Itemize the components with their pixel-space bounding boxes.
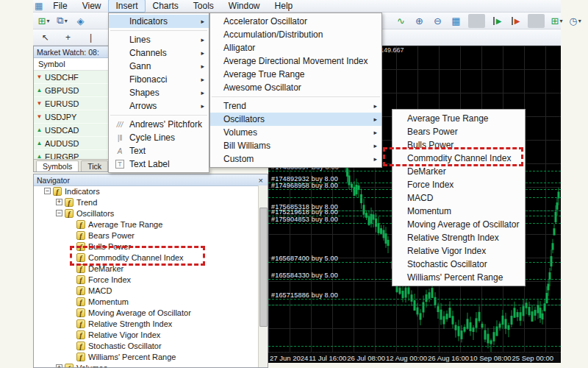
templates-icon[interactable]: ▤ ▾ [585, 13, 588, 29]
indicators-submenu-item[interactable]: Custom ▸ [210, 152, 381, 166]
menubar-item[interactable]: View [75, 0, 109, 13]
oscillators-submenu-item[interactable]: Relative Strength Index [392, 231, 525, 244]
scrollbar-thumb[interactable] [259, 208, 268, 327]
close-icon[interactable]: × [257, 176, 265, 185]
navigator-scrollbar[interactable] [258, 185, 268, 367]
navigator-tree-item[interactable]: f Williams' Percent Range [34, 351, 259, 362]
chart-autoscroll-icon[interactable]: ▶ ▾ [507, 13, 524, 29]
navigator-panel: Navigator × − f Indicators + f Trend − f… [33, 174, 268, 368]
menubar-item[interactable]: Insert [108, 0, 145, 13]
menubar-item[interactable]: File [46, 0, 74, 13]
navigator-tree-item[interactable]: + f Volumes [34, 362, 259, 367]
submenu-arrow-icon: ▸ [201, 63, 204, 70]
navigator-tree-item[interactable]: f Commodity Channel Index [34, 252, 259, 263]
app-icon: ▦ [35, 1, 43, 11]
navigator-tree-item[interactable]: f Bears Power [34, 230, 259, 241]
insert-menu-item[interactable]: /// Andrews' Pitchfork ▸ [109, 118, 209, 131]
oscillators-submenu-item[interactable]: MACD [392, 191, 525, 205]
indicators-submenu-item[interactable]: Average Directional Movement Index ▸ [210, 54, 381, 68]
indicators-submenu-item[interactable]: Bill Williams ▸ [210, 139, 381, 152]
navigator-tree-item[interactable]: f DeMarker [34, 263, 259, 274]
navigator-tree-item[interactable]: f Force Index [34, 274, 259, 285]
indicators-submenu-item[interactable]: Awesome Oscillator ▸ [210, 81, 381, 94]
indicators-submenu-item[interactable]: Accelerator Oscillator ▸ [210, 15, 381, 28]
vline-icon[interactable]: | [82, 29, 99, 45]
navigator-tree-item[interactable]: f Relative Vigor Index [34, 329, 259, 340]
menubar-item[interactable]: Charts [146, 0, 186, 13]
dropdown-caret-icon[interactable]: ▾ [65, 18, 68, 24]
indicators-submenu-item[interactable]: Oscillators ▸ [210, 113, 381, 126]
oscillators-submenu-item[interactable]: Stochastic Oscillator [392, 258, 525, 271]
oscillators-submenu-item[interactable]: Bears Power [392, 125, 525, 138]
insert-menu-item[interactable]: ▸ [110, 115, 207, 116]
oscillators-submenu-item[interactable]: Commodity Channel Index [392, 152, 525, 165]
oscillators-submenu-item[interactable]: Force Index [392, 178, 525, 191]
insert-menu-item[interactable]: Gann ▸ [109, 60, 209, 73]
oscillators-submenu-item[interactable]: Momentum [392, 205, 525, 218]
expand-toggle-icon[interactable]: + [56, 364, 62, 367]
insert-menu-item[interactable]: Fibonacci ▸ [109, 73, 209, 86]
market-watch-tab[interactable]: Symbols [36, 160, 79, 171]
insert-menu-item[interactable]: Shapes ▸ [109, 86, 209, 99]
new-chart-icon[interactable]: ⊞ ▾ [548, 13, 565, 29]
dropdown-caret-icon[interactable]: ▾ [559, 18, 562, 24]
oscillators-submenu-item[interactable]: Bulls Power [392, 138, 525, 152]
oscillators-submenu-item[interactable]: DeMarker [392, 165, 525, 178]
indicators-submenu-item[interactable]: Accumulation/Distribution ▸ [210, 28, 381, 41]
oscillators-submenu-item[interactable]: Moving Average of Oscillator [392, 218, 525, 231]
periods-icon[interactable]: ◷ ▾ [567, 13, 584, 29]
menubar-item[interactable]: Window [221, 0, 268, 13]
navigator-tree-item[interactable]: f Momentum [34, 296, 259, 307]
insert-menu-item[interactable]: Channels ▸ [109, 46, 209, 60]
market-watch-tab[interactable]: Tick [81, 160, 108, 171]
indicators-submenu-item[interactable]: ▸ [212, 96, 380, 97]
navigator-tree-item[interactable]: f Relative Strength Index [34, 318, 259, 329]
zoom-out-icon[interactable]: ⊖ ▾ [429, 13, 446, 29]
navigator-tree-item[interactable]: f Average True Range [34, 219, 259, 230]
symbol-name: GBPUSD [45, 86, 79, 95]
navigator-tree-item[interactable]: f Bulls Power [34, 241, 259, 252]
insert-menu-item[interactable]: T Text Label ▸ [109, 158, 209, 171]
navigator-tree-item[interactable]: − f Indicators [34, 185, 259, 197]
insert-menu-item[interactable]: Arrows ▸ [109, 99, 209, 113]
insert-menu-item[interactable]: ▸ [110, 30, 207, 31]
navigator-tree-item[interactable]: f MACD [34, 285, 259, 296]
submenu-arrow-icon: ▸ [373, 129, 377, 136]
insert-menu-item[interactable]: |‖ Cycle Lines ▸ [109, 131, 209, 144]
insert-menu-item[interactable]: Indicators ▸ [109, 15, 209, 28]
tile-windows-icon[interactable]: ▦ ▾ [448, 13, 465, 29]
submenu-arrow-icon: ▸ [373, 116, 377, 123]
crosshair-icon[interactable]: + [60, 29, 76, 45]
menubar-item[interactable]: Help [268, 0, 301, 13]
symbols-window-icon[interactable]: ◈ ▾ [72, 13, 89, 29]
zoom-in-icon[interactable]: ⊕ ▾ [411, 13, 428, 29]
dropdown-caret-icon[interactable]: ▾ [46, 18, 49, 24]
navigator-tree-item[interactable]: − f Oscillators [34, 208, 259, 219]
insert-menu-item[interactable]: A Text ▸ [109, 144, 209, 158]
indicators-submenu-item[interactable]: Alligator ▸ [210, 41, 381, 54]
chart-shift-icon[interactable]: ▶ ▾ [489, 13, 506, 29]
navigator-tree-item[interactable]: + f Trend [34, 197, 259, 208]
profiles-icon[interactable]: ⧉ ▾ [54, 13, 71, 29]
new-order-icon[interactable]: ⊞ ▾ [35, 13, 52, 29]
expand-toggle-icon[interactable]: + [56, 199, 62, 205]
indicators-submenu-item[interactable]: Trend ▸ [210, 99, 381, 113]
menubar-item[interactable]: Tools [186, 0, 221, 13]
auto-arrange-icon[interactable]: ∿ ▾ [392, 13, 409, 29]
indicators-submenu-item[interactable]: Volumes ▸ [210, 126, 381, 139]
time-axis-label: 25 Sep 00:00 [512, 354, 553, 362]
time-axis[interactable]: 27 Jun 202411 Jul 16:0026 Jul 08:0012 Au… [268, 352, 561, 363]
navigator-tree-item[interactable]: f Stochastic Oscillator [34, 340, 259, 351]
expand-toggle-icon[interactable]: − [44, 188, 51, 194]
symbol-name: AUDUSD [45, 139, 79, 148]
dropdown-caret-icon[interactable]: ▾ [578, 18, 581, 24]
oscillators-submenu-item[interactable]: Williams' Percent Range [392, 271, 525, 284]
indicators-submenu-item[interactable]: Average True Range ▸ [210, 68, 381, 81]
navigator-tree-item[interactable]: f Moving Average of Oscillator [34, 307, 259, 318]
oscillators-submenu-item[interactable]: Relative Vigor Index [392, 244, 525, 258]
tree-item-label: Volumes [76, 364, 107, 368]
oscillators-submenu-item[interactable]: Average True Range [392, 112, 525, 125]
cursor-icon[interactable]: ↖ [37, 29, 54, 45]
insert-menu-item[interactable]: Lines ▸ [109, 33, 209, 46]
expand-toggle-icon[interactable]: − [56, 210, 62, 216]
